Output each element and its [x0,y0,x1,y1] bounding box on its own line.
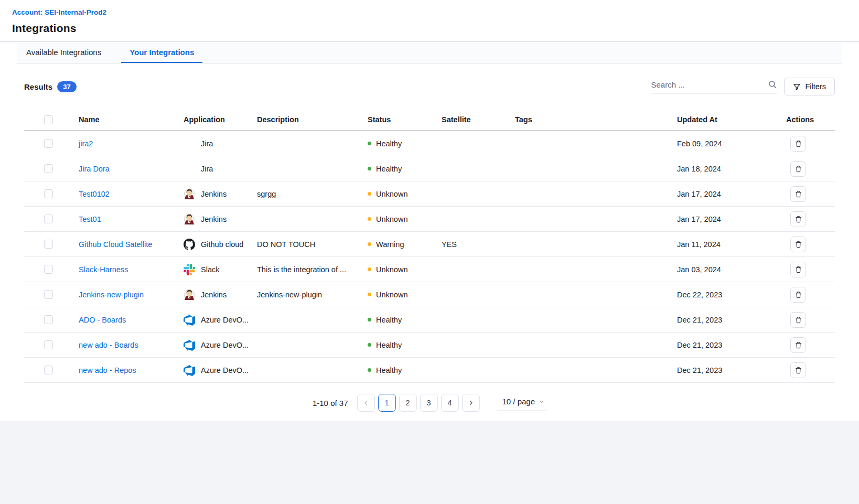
delete-button[interactable] [790,312,806,328]
page-button-4[interactable]: 4 [441,394,459,412]
updated-at-value: Dec 21, 2023 [677,341,786,349]
page-button-1[interactable]: 1 [378,394,396,412]
application-label: Jira [201,140,213,148]
status-label: Healthy [376,366,402,374]
jira-icon [184,138,195,149]
row-checkbox[interactable] [44,340,53,349]
row-checkbox[interactable] [44,189,53,198]
application-label: Azure DevO... [201,366,249,374]
slack-icon [184,264,195,275]
delete-button[interactable] [790,211,806,227]
application-label: Jenkins [201,215,227,223]
delete-button[interactable] [790,362,806,378]
azure-icon [184,314,195,326]
table-body: jira2 Jira Healthy Feb 09, 2024 [24,131,835,383]
row-checkbox[interactable] [44,215,53,223]
table-row: Slack-Harness Slack This is the integrat… [24,257,835,282]
chevron-right-icon [468,400,474,406]
jenkins-icon [184,289,195,301]
results-label: Results [24,82,52,91]
integration-name-link[interactable]: Jira Dora [79,165,110,173]
next-page-button[interactable] [462,394,480,412]
integration-name-link[interactable]: Test01 [79,215,101,223]
status-dot [368,167,371,170]
page-size-select[interactable]: 10 / page [497,395,547,411]
integration-name-link[interactable]: Slack-Harness [79,265,128,274]
updated-at-value: Dec 21, 2023 [677,316,786,324]
jenkins-icon [184,213,195,225]
delete-button[interactable] [790,337,806,353]
account-link[interactable]: Account: SEI-Internal-Prod2 [12,8,106,16]
integrations-table: Name Application Description Status Sate… [24,109,835,383]
search-input[interactable] [651,80,768,89]
application-label: Azure DevO... [201,341,249,349]
page-upper-section: Account: SEI-Internal-Prod2 Integrations… [0,0,859,421]
page-button-2[interactable]: 2 [399,394,417,412]
delete-button[interactable] [790,161,806,177]
status-label: Unknown [376,215,407,223]
pagination: 1-10 of 37 1234 10 / page [24,394,835,412]
row-checkbox[interactable] [44,315,53,324]
status-label: Healthy [376,140,402,148]
column-header-tags: Tags [515,115,677,124]
column-header-application: Application [184,115,257,124]
integration-name-link[interactable]: new ado - Boards [79,341,138,349]
integration-name-link[interactable]: Jenkins-new-plugin [79,291,144,299]
tab-available-integrations[interactable]: Available Integrations [18,42,110,63]
chevron-left-icon [363,400,369,406]
row-checkbox[interactable] [44,366,53,374]
description-text: sgrgg [257,190,368,198]
delete-button[interactable] [790,287,806,303]
table-row: Test0102 Jenkins sgrgg Unknown Jan 17, 2… [24,181,835,207]
integration-name-link[interactable]: Test0102 [79,190,110,198]
integration-name-link[interactable]: Github Cloud Satellite [79,240,152,249]
status-label: Healthy [376,165,402,173]
column-header-actions: Actions [786,115,835,124]
updated-at-value: Jan 03, 2024 [677,265,786,274]
row-checkbox[interactable] [44,240,53,249]
page-button-3[interactable]: 3 [420,394,438,412]
table-row: Github Cloud Satellite Github cloud DO N… [24,232,835,257]
status-label: Unknown [376,291,407,299]
column-header-description: Description [257,115,368,124]
updated-at-value: Jan 11, 2024 [677,240,786,249]
status-dot [368,293,371,296]
status-dot [368,343,371,347]
row-checkbox[interactable] [44,164,53,173]
row-checkbox[interactable] [44,265,53,274]
trash-icon [794,316,802,324]
filters-button[interactable]: Filters [784,78,835,95]
table-row: new ado - Repos Azure DevO... Healthy De… [24,358,835,383]
integration-name-link[interactable]: new ado - Repos [79,366,136,374]
application-label: Jenkins [201,291,227,299]
status-label: Unknown [376,265,407,274]
table-row: jira2 Jira Healthy Feb 09, 2024 [24,131,835,156]
pagination-range-label: 1-10 of 37 [313,399,348,408]
tab-your-integrations[interactable]: Your Integrations [121,42,202,63]
table-row: new ado - Boards Azure DevO... Healthy D… [24,333,835,358]
trash-icon [794,165,802,173]
delete-button[interactable] [790,262,806,277]
integration-name-link[interactable]: ADO - Boards [79,316,126,324]
delete-button[interactable] [790,136,806,152]
row-checkbox[interactable] [44,139,53,148]
page-buttons: 1234 [378,394,459,412]
row-checkbox[interactable] [44,290,53,299]
delete-button[interactable] [790,186,806,202]
search-icon [768,80,777,89]
status-dot [368,192,371,196]
integration-name-link[interactable]: jira2 [79,140,93,148]
filters-label: Filters [806,82,826,91]
previous-page-button[interactable] [357,394,375,412]
jenkins-icon [184,188,195,200]
azure-icon [184,339,195,351]
satellite-value: YES [442,240,515,249]
status-dot [368,368,371,372]
toolbar: Results 37 Filters [24,78,835,95]
delete-button[interactable] [790,237,806,252]
main-content: Results 37 Filters Name Application [24,78,835,412]
application-label: Jenkins [201,190,227,198]
select-all-checkbox[interactable] [44,115,53,124]
column-header-name: Name [79,115,184,124]
column-header-satellite: Satellite [442,115,515,124]
